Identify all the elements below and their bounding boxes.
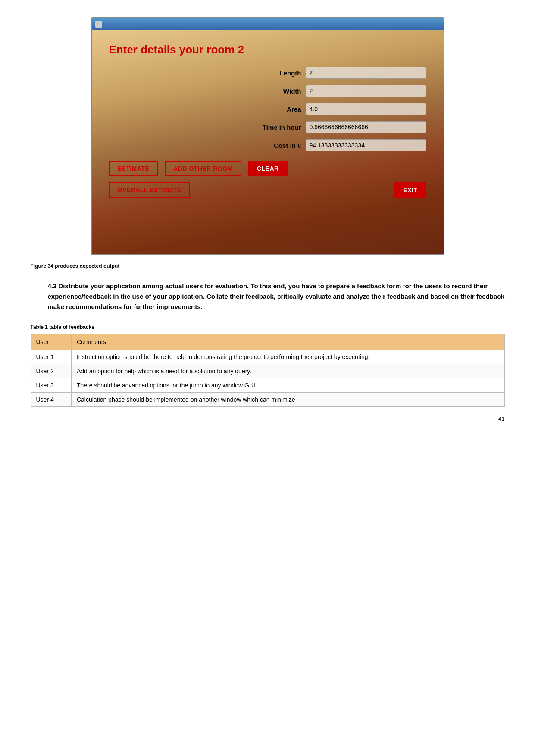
- app-body: Enter details your room 2 Length Width A…: [92, 30, 444, 254]
- cell-comment: Calculation phase should be implemented …: [71, 393, 504, 407]
- exit-button[interactable]: EXIT: [394, 182, 426, 198]
- area-input[interactable]: [306, 103, 426, 115]
- add-other-room-button[interactable]: ADD OTHER ROOM: [165, 161, 241, 176]
- section-paragraph: 4.3 Distribute your application among ac…: [48, 281, 505, 312]
- header-user: User: [31, 334, 71, 350]
- buttons-container: ESTIMATE ADD OTHER ROOM CLEAR OVERALL ES…: [109, 161, 426, 198]
- table-row: User 2Add an option for help which is a …: [31, 364, 504, 378]
- cell-comment: Instruction option should be there to he…: [71, 350, 504, 364]
- length-label: Length: [245, 69, 301, 77]
- cost-label: Cost in €: [245, 142, 301, 149]
- cell-user: User 2: [31, 364, 71, 378]
- overall-estimate-button[interactable]: OVERALL ESTIMATE: [109, 182, 190, 198]
- cell-user: User 4: [31, 393, 71, 407]
- cell-comment: There should be advanced options for the…: [71, 378, 504, 393]
- table-row: User 1Instruction option should be there…: [31, 350, 504, 364]
- length-input[interactable]: [306, 67, 426, 79]
- table-caption: Table 1 table of feedbacks: [31, 324, 505, 330]
- section-number: 4.3: [48, 282, 57, 290]
- time-row: Time in hour: [109, 121, 426, 133]
- area-row: Area: [109, 103, 426, 115]
- buttons-row-2: OVERALL ESTIMATE EXIT: [109, 182, 426, 198]
- estimate-button[interactable]: ESTIMATE: [109, 161, 158, 176]
- area-label: Area: [245, 106, 301, 113]
- clear-button[interactable]: CLEAR: [248, 161, 288, 176]
- feedback-table: User Comments User 1Instruction option s…: [31, 334, 505, 407]
- title-bar: [92, 18, 444, 30]
- table-row: User 3There should be advanced options f…: [31, 378, 504, 393]
- form-fields: Length Width Area Time in hour Cost in €: [109, 67, 426, 151]
- buttons-row-1: ESTIMATE ADD OTHER ROOM CLEAR: [109, 161, 426, 176]
- cell-comment: Add an option for help which is a need f…: [71, 364, 504, 378]
- time-label: Time in hour: [245, 124, 301, 131]
- cost-row: Cost in €: [109, 139, 426, 151]
- time-input[interactable]: [306, 121, 426, 133]
- section-block: 4.3 Distribute your application among ac…: [31, 281, 505, 312]
- cell-user: User 3: [31, 378, 71, 393]
- width-input[interactable]: [306, 85, 426, 97]
- title-bar-icon: [95, 21, 102, 28]
- figure-caption: Figure 34 produces expected output: [31, 263, 505, 269]
- page-number: 41: [31, 415, 505, 422]
- length-row: Length: [109, 67, 426, 79]
- app-window: Enter details your room 2 Length Width A…: [91, 17, 444, 255]
- form-title: Enter details your room 2: [109, 43, 426, 56]
- cell-user: User 1: [31, 350, 71, 364]
- section-body: Distribute your application among actual…: [48, 282, 505, 310]
- header-comments: Comments: [71, 334, 504, 350]
- table-header-row: User Comments: [31, 334, 504, 350]
- table-row: User 4Calculation phase should be implem…: [31, 393, 504, 407]
- width-label: Width: [245, 87, 301, 95]
- page-content: Enter details your room 2 Length Width A…: [31, 17, 505, 422]
- cost-input[interactable]: [306, 139, 426, 151]
- width-row: Width: [109, 85, 426, 97]
